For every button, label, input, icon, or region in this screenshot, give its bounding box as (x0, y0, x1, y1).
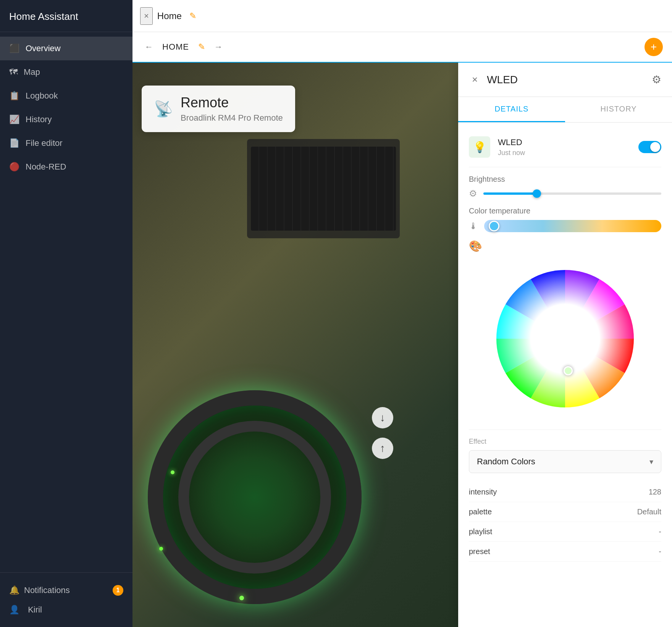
color-wheel[interactable] (485, 259, 645, 419)
device-name: WLED (498, 137, 631, 147)
sidebar-item-label-map: Map (24, 67, 40, 77)
scroll-down-button[interactable]: ↓ (372, 407, 393, 428)
sidebar-item-label-history: History (26, 115, 52, 124)
remote-device-icon: 📡 (154, 100, 173, 118)
panel-header: × WLED ⚙ (458, 63, 672, 97)
color-cursor[interactable] (564, 366, 573, 375)
prop-key-intensity: intensity (469, 488, 497, 496)
wled-panel: × WLED ⚙ DETAILS HISTORY 💡 WLED Just (458, 63, 672, 627)
bell-icon: 🔔 (9, 585, 19, 595)
prop-row-playlist: playlist - (469, 522, 661, 542)
toolbar-home-label: HOME (162, 42, 189, 52)
brightness-label: Brightness (469, 175, 661, 184)
device-row: 💡 WLED Just now (469, 132, 661, 167)
sidebar-item-map[interactable]: 🗺 Map (0, 60, 132, 84)
main-content: × Home ✎ ← HOME ✎ → + 📡 Remote (132, 0, 672, 627)
sidebar-item-history[interactable]: 📈 History (0, 108, 132, 131)
effect-select[interactable]: Random Colors ▾ (469, 450, 661, 473)
sidebar-item-label-overview: Overview (26, 44, 61, 53)
notification-badge: 1 (113, 585, 123, 596)
prop-key-palette: palette (469, 507, 492, 516)
svg-point-0 (496, 270, 634, 407)
panel-tabs: DETAILS HISTORY (458, 97, 672, 123)
tab-label: Home (157, 11, 182, 21)
palette-icon: 🎨 (469, 240, 482, 252)
node-red-icon: 🔴 (9, 162, 19, 172)
led-strip-icon: 💡 (473, 141, 486, 154)
sidebar-item-node-red[interactable]: 🔴 Node-RED (0, 155, 132, 179)
brightness-slider-row: ⚙ (469, 188, 661, 199)
sidebar-item-file-editor[interactable]: 📄 File editor (0, 131, 132, 155)
file-editor-icon: 📄 (9, 138, 19, 148)
user-icon: 👤 (9, 605, 19, 614)
remote-subtitle: Broadlink RM4 Pro Remote (181, 113, 283, 123)
sidebar-user[interactable]: 👤 Kiril (9, 600, 123, 619)
chevron-down-icon: ▾ (649, 457, 653, 466)
page-body: 📡 Remote Broadlink RM4 Pro Remote ↓ ↑ × … (132, 63, 672, 627)
prop-value-playlist: - (659, 527, 661, 536)
effect-section: Effect Random Colors ▾ (469, 430, 661, 473)
add-button[interactable]: + (645, 38, 663, 56)
color-section: 🎨 (469, 240, 661, 419)
tab-bar: × Home ✎ (132, 0, 672, 32)
color-temp-track[interactable] (484, 220, 661, 232)
device-led-icon: 💡 (469, 136, 490, 158)
tab-history[interactable]: HISTORY (565, 97, 672, 122)
prop-value-preset: - (659, 547, 661, 556)
user-label: Kiril (28, 605, 42, 614)
device-toggle[interactable] (638, 141, 661, 153)
properties-table: intensity 128 palette Default playlist -… (469, 482, 661, 562)
panel-settings-button[interactable]: ⚙ (652, 73, 661, 86)
scroll-up-button[interactable]: ↑ (372, 438, 393, 459)
sidebar-item-overview[interactable]: ⬛ Overview (0, 37, 132, 60)
sidebar: Home Assistant ⬛ Overview 🗺 Map 📋 Logboo… (0, 0, 132, 627)
map-icon: 🗺 (9, 67, 18, 77)
remote-title: Remote (181, 95, 283, 111)
color-temp-slider-row: 🌡 (469, 220, 661, 232)
toolbar-edit-icon[interactable]: ✎ (198, 42, 205, 52)
prop-row-preset: preset - (469, 542, 661, 562)
prop-row-intensity: intensity 128 (469, 482, 661, 502)
panel-close-button[interactable]: × (469, 71, 481, 89)
sidebar-nav: ⬛ Overview 🗺 Map 📋 Logbook 📈 History 📄 F… (0, 32, 132, 572)
overview-icon: ⬛ (9, 44, 19, 53)
app-title: Home Assistant (0, 0, 132, 32)
effect-label: Effect (469, 438, 661, 446)
color-temp-label: Color temperature (469, 207, 661, 215)
brightness-track[interactable] (483, 192, 661, 195)
panel-content: 💡 WLED Just now Brightness ⚙ (458, 123, 672, 627)
logbook-icon: 📋 (9, 91, 19, 101)
brightness-icon: ⚙ (469, 188, 477, 199)
sidebar-item-label-node-red: Node-RED (26, 162, 66, 172)
remote-card-info: Remote Broadlink RM4 Pro Remote (181, 95, 283, 123)
prop-key-playlist: playlist (469, 527, 492, 536)
forward-button[interactable]: → (211, 39, 226, 55)
device-status: Just now (498, 149, 631, 157)
tab-edit-icon[interactable]: ✎ (189, 11, 196, 21)
panel-title: WLED (487, 74, 652, 86)
prop-value-palette: Default (637, 507, 661, 516)
back-button[interactable]: ← (142, 39, 156, 55)
tab-close-button[interactable]: × (140, 7, 153, 25)
sidebar-item-label-file-editor: File editor (26, 138, 63, 148)
sidebar-item-label-logbook: Logbook (26, 91, 58, 101)
toolbar: ← HOME ✎ → + (132, 32, 672, 63)
tab-details[interactable]: DETAILS (458, 97, 565, 122)
brightness-fill (483, 192, 537, 195)
sidebar-item-logbook[interactable]: 📋 Logbook (0, 84, 132, 108)
history-icon: 📈 (9, 115, 19, 124)
sidebar-notifications[interactable]: 🔔 Notifications 1 (9, 580, 123, 600)
effect-value: Random Colors (477, 457, 535, 467)
color-temp-thumb (489, 221, 499, 231)
notifications-label: Notifications (24, 585, 70, 595)
remote-card: 📡 Remote Broadlink RM4 Pro Remote (142, 86, 295, 132)
prop-row-palette: palette Default (469, 502, 661, 522)
prop-value-intensity: 128 (649, 488, 661, 496)
device-info: WLED Just now (498, 137, 631, 157)
prop-key-preset: preset (469, 547, 490, 556)
brightness-thumb (533, 189, 541, 198)
sidebar-bottom: 🔔 Notifications 1 👤 Kiril (0, 572, 132, 627)
thermometer-icon: 🌡 (469, 221, 478, 231)
